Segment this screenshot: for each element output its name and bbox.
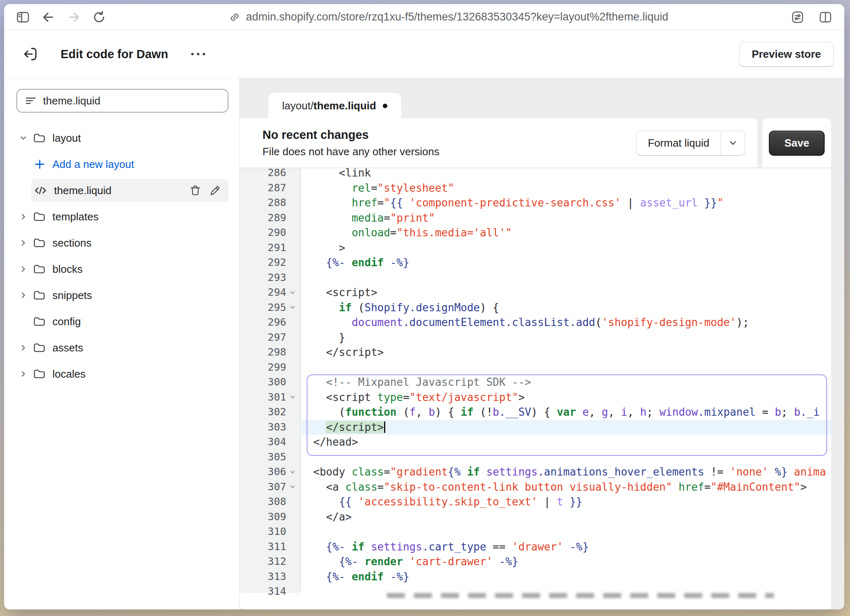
code-line-289[interactable]: 289 media="print" <box>240 211 831 226</box>
line-number: 297 <box>240 330 301 345</box>
sidebar-item-templates[interactable]: templates <box>16 205 228 228</box>
chevron-right-icon[interactable] <box>19 343 33 352</box>
code-line-content: rel="stylesheet" <box>301 181 454 196</box>
sidebar-item-theme-liquid[interactable]: theme.liquid <box>31 179 228 202</box>
sidebar-item-sections[interactable]: sections <box>16 231 228 254</box>
format-dropdown-chevron-icon[interactable] <box>721 131 745 155</box>
sidebar-item-label: snippets <box>52 289 92 302</box>
sidebar-item-config[interactable]: config <box>16 310 228 333</box>
code-line-content: document.documentElement.classList.add('… <box>301 315 749 330</box>
line-number: 291 <box>240 240 301 256</box>
code-line-content: {%- if settings.cart_type == 'drawer' -%… <box>301 539 589 555</box>
save-button[interactable]: Save <box>769 131 825 156</box>
split-view-icon[interactable] <box>816 8 834 26</box>
sidebar-item-snippets[interactable]: snippets <box>16 284 228 307</box>
sidebar-item-locales[interactable]: locales <box>16 362 228 385</box>
chevron-right-icon[interactable] <box>19 369 33 378</box>
chevron-right-icon[interactable] <box>19 212 33 221</box>
fold-chevron-icon[interactable] <box>286 394 298 401</box>
folder-icon <box>33 263 46 276</box>
code-line-288[interactable]: 288 href="{{ 'component-predictive-searc… <box>240 195 831 211</box>
code-line-299[interactable]: 299 <box>240 360 831 375</box>
plus-icon <box>34 158 46 170</box>
status-title: No recent changes <box>262 128 439 142</box>
code-line-293[interactable]: 293 <box>240 270 831 285</box>
forward-icon[interactable] <box>65 8 83 26</box>
line-number: 295 <box>240 300 301 315</box>
chevron-right-icon[interactable] <box>19 238 33 247</box>
chevron-right-icon[interactable] <box>19 291 33 300</box>
format-liquid-button[interactable]: Format liquid <box>636 131 745 156</box>
sidebar-item-layout[interactable]: layout <box>16 127 228 149</box>
code-line-297[interactable]: 297 } <box>240 330 831 345</box>
line-number: 309 <box>240 510 301 525</box>
code-line-295[interactable]: 295 if (Shopify.designMode) { <box>240 300 831 315</box>
code-line-content: </a> <box>301 510 352 525</box>
code-line-309[interactable]: 309 </a> <box>240 510 831 525</box>
code-line-content <box>301 270 313 285</box>
app-header: Edit code for Dawn Preview store <box>4 30 844 78</box>
fold-chevron-icon[interactable] <box>286 469 298 476</box>
fold-chevron-icon[interactable] <box>286 289 298 296</box>
line-number: 302 <box>240 405 301 420</box>
code-line-287[interactable]: 287 rel="stylesheet" <box>240 181 831 196</box>
code-line-304[interactable]: 304</head> <box>240 435 831 450</box>
code-line-305[interactable]: 305 <box>240 450 831 465</box>
code-line-294[interactable]: 294 <script> <box>240 285 831 300</box>
code-line-301[interactable]: 301 <script type="text/javascript"> <box>240 390 831 405</box>
chevron-down-icon[interactable] <box>19 134 33 143</box>
sidebar-item-label: assets <box>52 342 83 354</box>
trash-icon[interactable] <box>189 184 201 197</box>
preview-store-button[interactable]: Preview store <box>739 42 834 67</box>
code-line-313[interactable]: 313 {%- endif -%} <box>240 569 831 584</box>
pencil-icon[interactable] <box>209 184 221 197</box>
reload-icon[interactable] <box>90 8 108 26</box>
exit-icon[interactable] <box>21 45 39 63</box>
code-line-300[interactable]: 300 <!-- Mixpanel Javascript SDK --> <box>240 375 831 390</box>
tab-theme-liquid[interactable]: layout/theme.liquid <box>268 93 401 118</box>
line-number: 298 <box>240 345 301 360</box>
clipped-code-line <box>387 593 774 598</box>
sidebar-item-assets[interactable]: assets <box>16 336 228 359</box>
search-input[interactable] <box>43 95 220 107</box>
chevron-right-icon[interactable] <box>19 265 33 274</box>
code-line-303[interactable]: 303 </script> <box>240 420 831 435</box>
line-number: 299 <box>240 360 301 375</box>
code-line-content: href="{{ 'component-predictive-search.cs… <box>301 195 723 211</box>
url-bar[interactable]: admin.shopify.com/store/rzq1xu-f5/themes… <box>108 11 789 23</box>
back-icon[interactable] <box>39 8 57 26</box>
code-line-content: <script> <box>301 285 378 300</box>
page-tools-icon[interactable] <box>789 8 807 26</box>
more-actions-icon[interactable] <box>187 49 209 59</box>
code-line-308[interactable]: 308 {{ 'accessibility.skip_to_text' | t … <box>240 494 831 510</box>
code-line-content: if (Shopify.designMode) { <box>301 300 499 315</box>
code-line-content: <link <box>301 168 371 181</box>
code-line-310[interactable]: 310 <box>240 524 831 539</box>
code-panel[interactable]: 286 <link287 rel="stylesheet"288 href="{… <box>240 168 831 609</box>
code-line-307[interactable]: 307 <a class="skip-to-content-link butto… <box>240 480 831 495</box>
sidebar-item-add-a-new-layout[interactable]: Add a new layout <box>31 153 228 176</box>
code-line-296[interactable]: 296 document.documentElement.classList.a… <box>240 315 831 330</box>
code-line-content <box>301 584 313 599</box>
code-line-306[interactable]: 306<body class="gradient{% if settings.a… <box>240 464 831 480</box>
code-line-286[interactable]: 286 <link <box>240 168 831 181</box>
sidebar-toggle-icon[interactable] <box>14 8 32 26</box>
code-line-content <box>301 360 313 375</box>
code-line-292[interactable]: 292 {%- endif -%} <box>240 255 831 270</box>
link-icon <box>228 11 241 23</box>
code-line-290[interactable]: 290 onload="this.media='all'" <box>240 225 831 240</box>
folder-icon <box>33 289 46 302</box>
tab-file-name: theme.liquid <box>314 100 376 112</box>
code-line-291[interactable]: 291 > <box>240 240 831 256</box>
code-line-311[interactable]: 311 {%- if settings.cart_type == 'drawer… <box>240 539 831 555</box>
code-line-312[interactable]: 312 {%- render 'cart-drawer' -%} <box>240 554 831 569</box>
fold-chevron-icon[interactable] <box>286 483 298 490</box>
fold-chevron-icon[interactable] <box>286 304 298 311</box>
code-line-302[interactable]: 302 (function (f, b) { if (!b.__SV) { va… <box>240 405 831 420</box>
file-search[interactable] <box>16 89 228 113</box>
code-line-298[interactable]: 298 </script> <box>240 345 831 360</box>
code-line-content: {%- endif -%} <box>301 255 409 270</box>
browser-window: admin.shopify.com/store/rzq1xu-f5/themes… <box>4 4 844 609</box>
sidebar-item-blocks[interactable]: blocks <box>16 258 228 281</box>
line-number: 290 <box>240 225 301 240</box>
